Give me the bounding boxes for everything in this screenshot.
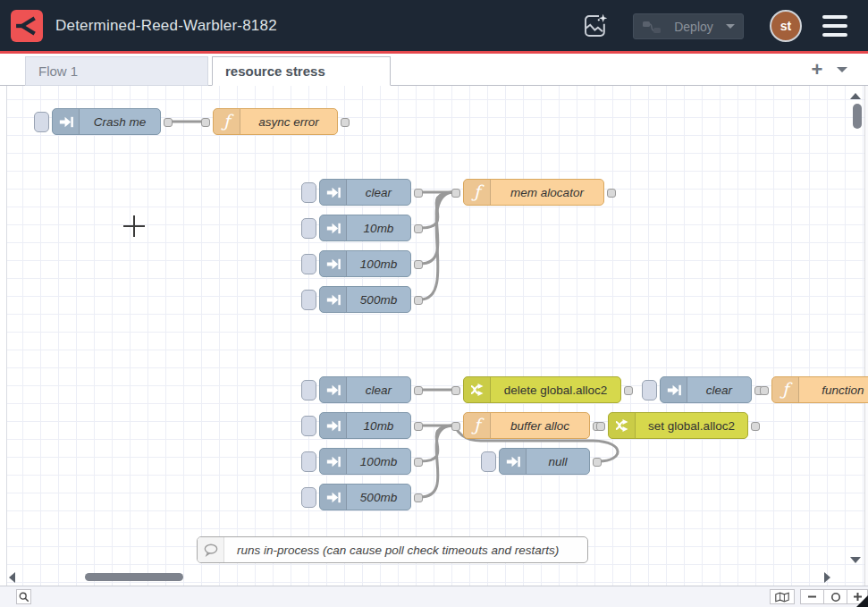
node-icon-area: [320, 485, 347, 510]
node-function-node[interactable]: ƒfunction: [771, 376, 868, 403]
horizontal-scroll-left-arrow[interactable]: [9, 572, 15, 583]
input-port[interactable]: [451, 422, 460, 431]
node-set-alloc2[interactable]: set global.alloc2: [608, 412, 748, 439]
navigator-icon: [775, 592, 789, 603]
node-mb10-2[interactable]: 10mb: [319, 412, 411, 439]
zoom-out-button[interactable]: [800, 589, 823, 604]
inject-trigger-button[interactable]: [34, 112, 49, 132]
vertical-scroll-up-arrow[interactable]: [850, 93, 861, 99]
output-port[interactable]: [414, 224, 423, 233]
inject-icon: [324, 184, 341, 201]
inject-trigger-button[interactable]: [301, 290, 316, 310]
deploy-caret-icon[interactable]: [726, 24, 735, 29]
flow-tab-bar: Flow 1 resource stress: [0, 54, 868, 86]
inject-trigger-button[interactable]: [642, 380, 657, 400]
inject-trigger-button[interactable]: [301, 254, 316, 274]
inject-trigger-button[interactable]: [301, 218, 316, 239]
node-comment-node[interactable]: runs in-process (can cause poll check ti…: [197, 536, 588, 563]
inject-icon: [665, 382, 682, 399]
node-clear-2[interactable]: clear: [319, 376, 411, 403]
node-crash-me[interactable]: Crash me: [52, 108, 161, 135]
node-mb500-1[interactable]: 500mb: [319, 286, 411, 313]
add-flow-button[interactable]: +: [805, 57, 830, 82]
search-icon: [19, 592, 29, 603]
menu-icon-bar: [822, 24, 847, 28]
output-port[interactable]: [414, 260, 423, 269]
output-port[interactable]: [414, 458, 423, 467]
output-port[interactable]: [607, 189, 616, 198]
input-port[interactable]: [201, 118, 210, 127]
node-label: 100mb: [347, 449, 410, 474]
node-label: mem alocator: [491, 180, 603, 205]
horizontal-scrollbar-thumb[interactable]: [85, 573, 183, 581]
ai-image-button[interactable]: [577, 9, 613, 43]
user-avatar[interactable]: st: [770, 10, 802, 42]
input-port[interactable]: [451, 189, 460, 198]
node-icon-area: ƒ: [772, 377, 799, 402]
node-mb500-2[interactable]: 500mb: [319, 484, 411, 510]
node-label: clear: [347, 377, 410, 402]
input-port[interactable]: [451, 386, 460, 395]
inject-trigger-button[interactable]: [301, 416, 316, 436]
node-label: buffer alloc: [491, 413, 589, 438]
node-buffer-alloc[interactable]: ƒbuffer alloc: [463, 412, 590, 439]
node-async-error[interactable]: ƒasync error: [213, 108, 338, 135]
function-icon: ƒ: [782, 381, 788, 400]
output-port[interactable]: [414, 386, 423, 395]
node-label: clear: [687, 377, 751, 402]
inject-trigger-button[interactable]: [301, 182, 316, 203]
output-port[interactable]: [751, 422, 760, 431]
node-mb100-2[interactable]: 100mb: [319, 448, 411, 475]
node-icon-area: ƒ: [464, 180, 491, 205]
output-port[interactable]: [593, 458, 602, 467]
inject-trigger-button[interactable]: [301, 487, 316, 508]
output-port[interactable]: [164, 118, 173, 127]
node-mem-alocator[interactable]: ƒmem alocator: [463, 179, 604, 206]
deploy-button[interactable]: Deploy: [633, 13, 744, 39]
node-clear-3[interactable]: clear: [660, 376, 752, 403]
node-icon-area: ƒ: [464, 413, 491, 438]
node-label: Crash me: [80, 109, 160, 134]
node-icon-area: [500, 449, 527, 474]
flow-list-menu-button[interactable]: [837, 67, 847, 72]
vertical-scroll-down-arrow[interactable]: [850, 557, 861, 563]
tab-resource-stress[interactable]: resource stress: [212, 56, 391, 86]
output-port[interactable]: [414, 189, 423, 198]
ai-image-icon: [582, 13, 609, 39]
main-menu-button[interactable]: [822, 15, 847, 37]
tab-flow-1[interactable]: Flow 1: [25, 56, 208, 86]
output-port[interactable]: [414, 422, 423, 431]
horizontal-scroll-right-arrow[interactable]: [824, 572, 830, 583]
node-icon-area: [320, 180, 347, 205]
node-icon-area: [320, 377, 347, 402]
inject-icon: [324, 291, 341, 308]
input-port[interactable]: [596, 422, 605, 431]
wire-mb500-1-to-mem-alocator[interactable]: [420, 192, 454, 299]
output-port[interactable]: [341, 118, 350, 127]
mouse-crosshair-cursor: [123, 215, 145, 237]
vertical-scrollbar-thumb[interactable]: [853, 104, 862, 129]
node-label: delete global.alloc2: [491, 377, 620, 402]
flow-canvas[interactable]: Crash meƒasync errorclear10mb100mb500mbƒ…: [0, 86, 868, 586]
output-port[interactable]: [414, 493, 423, 502]
zoom-reset-button[interactable]: [823, 589, 847, 604]
node-clear-1[interactable]: clear: [319, 179, 411, 206]
navigator-button[interactable]: [770, 589, 795, 604]
inject-trigger-button[interactable]: [301, 451, 316, 472]
node-mb100-1[interactable]: 100mb: [319, 250, 411, 277]
node-icon-area: [464, 377, 491, 402]
inject-trigger-button[interactable]: [481, 451, 496, 472]
node-label: 500mb: [347, 287, 410, 312]
output-port[interactable]: [414, 296, 423, 305]
node-delete-alloc2[interactable]: delete global.alloc2: [463, 376, 621, 403]
node-mb10-1[interactable]: 10mb: [319, 215, 411, 241]
flowfuse-logo[interactable]: [11, 10, 43, 42]
inject-icon: [57, 114, 74, 131]
node-icon-area: [53, 109, 80, 134]
input-port[interactable]: [760, 386, 769, 395]
search-button[interactable]: [16, 589, 31, 604]
node-null-node[interactable]: null: [499, 448, 590, 475]
inject-trigger-button[interactable]: [301, 380, 316, 400]
output-port[interactable]: [624, 386, 633, 395]
window-resize-grip[interactable]: [856, 595, 868, 607]
